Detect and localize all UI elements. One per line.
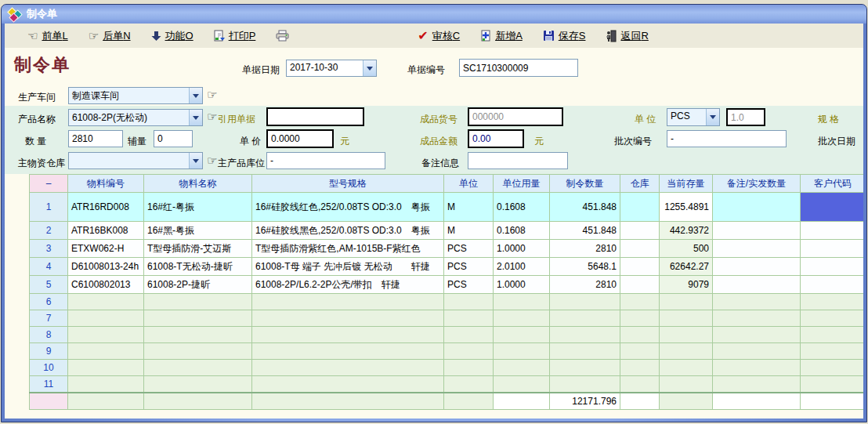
table-cell[interactable] xyxy=(620,310,660,327)
table-cell[interactable]: 500 xyxy=(660,240,713,258)
table-cell[interactable] xyxy=(660,294,713,310)
table-cell[interactable] xyxy=(252,310,444,327)
table-cell[interactable] xyxy=(713,294,801,310)
table-cell[interactable] xyxy=(713,258,801,276)
table-cell[interactable] xyxy=(144,343,252,360)
audit-button[interactable]: ✔ 审核C xyxy=(415,27,462,45)
next-doc-button[interactable]: ☞ 后单N xyxy=(86,27,133,45)
table-cell[interactable]: 0.1608 xyxy=(494,193,550,222)
table-cell[interactable]: 2.0100 xyxy=(494,258,550,276)
table-cell[interactable]: 5648.1 xyxy=(550,258,620,276)
row-number[interactable]: 4 xyxy=(30,258,68,276)
prev-doc-button[interactable]: ☜ 前单L xyxy=(25,27,71,45)
table-cell[interactable] xyxy=(68,294,144,310)
column-header[interactable]: 单位用量 xyxy=(494,175,550,193)
table-cell[interactable]: 1.0000 xyxy=(494,276,550,294)
column-header[interactable]: 客户代码 xyxy=(801,175,864,193)
table-cell[interactable] xyxy=(444,376,494,393)
table-cell[interactable] xyxy=(801,310,864,327)
table-cell[interactable]: 1.0000 xyxy=(494,240,550,258)
table-cell[interactable] xyxy=(550,376,620,393)
table-cell[interactable]: PCS xyxy=(444,240,494,258)
row-number[interactable]: 8 xyxy=(30,327,68,343)
table-cell[interactable] xyxy=(801,327,864,343)
table-cell[interactable] xyxy=(444,360,494,376)
table-cell[interactable] xyxy=(68,360,144,376)
print-button[interactable]: 打印P xyxy=(212,27,259,45)
table-cell[interactable] xyxy=(660,376,713,393)
table-cell[interactable] xyxy=(494,310,550,327)
column-header[interactable]: 制令数量 xyxy=(550,175,620,193)
table-cell[interactable]: 61008-2P-捷昕 xyxy=(144,276,252,294)
table-cell[interactable] xyxy=(620,376,660,393)
table-cell[interactable] xyxy=(444,343,494,360)
table-cell[interactable] xyxy=(713,327,801,343)
table-cell[interactable] xyxy=(494,376,550,393)
table-cell[interactable] xyxy=(801,276,864,294)
table-cell[interactable]: D61008013-24h xyxy=(68,258,144,276)
table-cell[interactable]: 61008-2P/L6.2-2P公壳/带扣 轩捷 xyxy=(252,276,444,294)
row-number[interactable]: 11 xyxy=(30,376,68,393)
column-header[interactable]: 物料名称 xyxy=(144,175,252,193)
table-cell[interactable] xyxy=(144,310,252,327)
table-cell[interactable] xyxy=(620,258,660,276)
price-input[interactable] xyxy=(266,129,334,148)
table-cell[interactable] xyxy=(444,294,494,310)
table-cell[interactable] xyxy=(550,310,620,327)
row-number[interactable]: 7 xyxy=(30,310,68,327)
product-dropdown-button[interactable] xyxy=(189,110,202,125)
table-cell[interactable]: 451.848 xyxy=(550,193,620,222)
row-number[interactable]: 5 xyxy=(30,276,68,294)
row-number[interactable]: 2 xyxy=(30,222,68,240)
table-cell[interactable]: 61008-T无松动-捷昕 xyxy=(144,258,252,276)
table-cell[interactable]: 2810 xyxy=(550,276,620,294)
table-cell[interactable]: 442.9372 xyxy=(660,222,713,240)
table-cell[interactable]: PCS xyxy=(444,276,494,294)
ref-doc-input[interactable] xyxy=(266,107,364,126)
table-cell[interactable] xyxy=(620,240,660,258)
table-cell[interactable] xyxy=(494,360,550,376)
table-cell[interactable] xyxy=(620,222,660,240)
table-cell[interactable] xyxy=(660,327,713,343)
warehouse-combo[interactable] xyxy=(68,152,203,169)
unit-factor-input[interactable] xyxy=(726,108,765,126)
table-cell[interactable] xyxy=(713,193,801,222)
table-cell[interactable] xyxy=(68,327,144,343)
table-cell[interactable] xyxy=(620,360,660,376)
doc-date-dropdown-button[interactable] xyxy=(363,60,376,76)
table-cell[interactable]: 1255.4891 xyxy=(660,193,713,222)
table-cell[interactable] xyxy=(620,327,660,343)
table-cell[interactable]: 451.848 xyxy=(550,222,620,240)
table-cell[interactable] xyxy=(660,343,713,360)
unit-combo[interactable]: PCS xyxy=(667,108,720,126)
product-picker-icon[interactable]: ☞ xyxy=(207,110,217,124)
row-number[interactable]: 3 xyxy=(30,240,68,258)
table-cell[interactable] xyxy=(713,222,801,240)
new-button[interactable]: 新增A xyxy=(478,27,525,45)
doc-no-input[interactable] xyxy=(459,59,578,77)
return-button[interactable]: 返回R xyxy=(603,27,650,45)
table-cell[interactable] xyxy=(444,310,494,327)
location-input[interactable] xyxy=(266,152,385,169)
function-button[interactable]: 功能O xyxy=(149,27,196,45)
item-no-input[interactable] xyxy=(468,107,563,126)
table-cell[interactable] xyxy=(550,343,620,360)
warehouse-dropdown-button[interactable] xyxy=(189,153,202,169)
table-corner[interactable]: – xyxy=(30,175,68,193)
table-cell[interactable] xyxy=(620,294,660,310)
table-cell[interactable] xyxy=(144,360,252,376)
table-cell[interactable]: 0.1608 xyxy=(494,222,550,240)
amount-input[interactable] xyxy=(468,129,524,148)
table-cell[interactable] xyxy=(801,222,864,240)
table-cell[interactable] xyxy=(68,376,144,393)
column-header[interactable]: 型号规格 xyxy=(252,175,444,193)
printer-button[interactable] xyxy=(273,28,291,43)
table-cell[interactable] xyxy=(444,327,494,343)
table-cell[interactable]: M xyxy=(444,193,494,222)
row-number[interactable]: 1 xyxy=(30,193,68,222)
table-cell[interactable] xyxy=(713,310,801,327)
table-cell[interactable] xyxy=(801,258,864,276)
table-cell[interactable]: M xyxy=(444,222,494,240)
table-cell[interactable] xyxy=(494,343,550,360)
table-cell[interactable] xyxy=(801,343,864,360)
